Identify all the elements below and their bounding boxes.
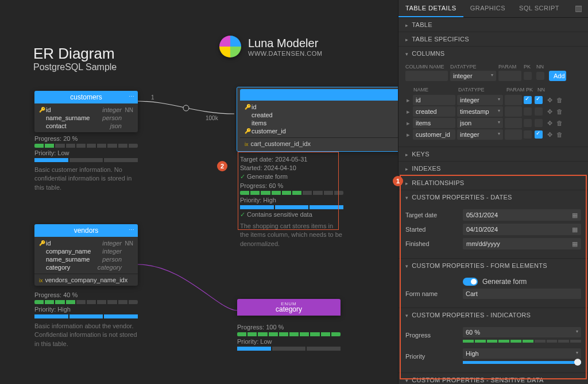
entity-category[interactable]: ENUMcategory — [237, 299, 341, 316]
generate-form-toggle[interactable] — [463, 278, 478, 286]
section-custom-form[interactable]: CUSTOM PROPERTIES - FORM ELEMENTS — [399, 259, 588, 272]
column-name-input[interactable] — [413, 129, 455, 140]
started-date-input[interactable] — [463, 224, 581, 235]
entity-columns: 🔑idintegerNNcompany_nameintegername_surn… — [34, 237, 138, 274]
move-icon[interactable]: ✥ — [546, 131, 554, 139]
entity-columns: 🔑idintegerNNname_surnamepersoncontactjso… — [34, 103, 138, 132]
entity-header[interactable]: customers⋯ — [34, 91, 138, 103]
delete-icon[interactable]: 🗑 — [555, 97, 563, 103]
app-logo: Luna Modeler WWW.DATENSEN.COM — [219, 36, 322, 57]
column-pk-checkbox[interactable] — [524, 130, 532, 139]
entity-menu-icon[interactable]: ⋯ — [129, 93, 134, 99]
entity-menu-icon[interactable]: ⋯ — [129, 226, 134, 233]
section-custom-sensitive[interactable]: CUSTOM PROPERTIES - SENSITIVE DATA — [399, 373, 588, 384]
new-column-param-input[interactable] — [498, 71, 521, 81]
column-param-input[interactable] — [505, 95, 522, 105]
new-column-pk-checkbox[interactable] — [524, 72, 532, 80]
edge-cardinality-far: 100k — [206, 115, 218, 121]
entity-cart-ext: Target date: 2024-05-31 Started: 2024-04… — [240, 154, 343, 248]
target-date-input[interactable] — [463, 209, 581, 221]
section-table-specifics[interactable]: TABLE SPECIFICS — [399, 32, 588, 46]
priority-slider[interactable] — [463, 361, 581, 364]
panel-tabs: TABLE DETAILS GRAPHICS SQL SCRIPT ▥ — [399, 0, 588, 18]
new-column-datatype-select[interactable] — [450, 71, 496, 81]
details-panel: TABLE DETAILS GRAPHICS SQL SCRIPT ▥ TABL… — [398, 0, 588, 384]
section-relationships[interactable]: RELATIONSHIPS — [399, 176, 588, 190]
section-keys[interactable]: KEYS — [399, 147, 588, 161]
calendar-icon[interactable]: ▦ — [572, 212, 578, 219]
progress-bar — [463, 340, 581, 343]
column-name-input[interactable] — [413, 95, 455, 105]
column-row[interactable]: ▸✥🗑 — [405, 118, 581, 128]
progress-select[interactable] — [463, 327, 581, 337]
expand-icon[interactable]: ▸ — [405, 131, 411, 139]
logo-icon — [219, 36, 241, 57]
entity-vendors-ext: Progress: 40 % Priority: High Basic info… — [34, 290, 138, 348]
entity-category-ext: Progress: 100 % Priority: Low — [237, 322, 341, 352]
calendar-icon[interactable]: ▦ — [572, 240, 578, 248]
logo-title: Luna Modeler — [248, 37, 322, 50]
panel-layout-icon[interactable]: ▥ — [569, 0, 588, 17]
column-row[interactable]: ▸✥🗑 — [405, 95, 581, 105]
finished-date-input[interactable] — [463, 238, 581, 249]
diagram-canvas[interactable]: 1 100k ER Diagram PostgreSQL Sample Luna… — [0, 0, 398, 384]
column-row[interactable]: ▸✥🗑 — [405, 129, 581, 140]
delete-icon[interactable]: 🗑 — [555, 120, 563, 126]
entity-header[interactable]: ENUMcategory — [237, 299, 341, 316]
add-column-button[interactable]: Add — [549, 71, 566, 81]
column-nn-checkbox[interactable] — [535, 96, 543, 104]
entity-header[interactable]: vendors⋯ — [34, 224, 138, 237]
tab-table-details[interactable]: TABLE DETAILS — [399, 0, 463, 17]
move-icon[interactable]: ✥ — [546, 97, 554, 104]
delete-icon[interactable]: 🗑 — [555, 108, 563, 115]
entity-vendors[interactable]: vendors⋯ 🔑idintegerNNcompany_nameinteger… — [34, 224, 138, 286]
column-param-input[interactable] — [505, 118, 522, 128]
entity-customers-ext: Progress: 20 % Priority: Low Basic custo… — [34, 133, 138, 192]
column-row[interactable]: ▸✥🗑 — [405, 106, 581, 117]
canvas-subtitle: PostgreSQL Sample — [33, 62, 117, 72]
column-datatype-select[interactable] — [457, 129, 503, 140]
section-table[interactable]: TABLE — [399, 18, 588, 32]
column-pk-checkbox[interactable] — [524, 107, 532, 116]
expand-icon[interactable]: ▸ — [405, 97, 411, 104]
svg-point-0 — [183, 105, 189, 111]
column-name-input[interactable] — [413, 118, 455, 128]
column-pk-checkbox[interactable] — [524, 119, 532, 127]
form-name-input[interactable] — [463, 289, 581, 299]
entity-index: ixvendors_company_name_idx — [34, 274, 138, 286]
calendar-icon[interactable]: ▦ — [572, 226, 578, 233]
annotation-badge-2: 2 — [217, 161, 227, 171]
delete-icon[interactable]: 🗑 — [555, 131, 563, 138]
new-column-nn-checkbox[interactable] — [536, 72, 544, 80]
tab-graphics[interactable]: GRAPHICS — [463, 0, 512, 17]
column-param-input[interactable] — [505, 106, 522, 117]
new-column-name-input[interactable] — [405, 71, 448, 81]
tab-sql-script[interactable]: SQL SCRIPT — [512, 0, 566, 17]
edge-cardinality-near: 1 — [151, 94, 154, 101]
section-custom-indicators[interactable]: CUSTOM PROPERTIES - INDICATORS — [399, 308, 588, 322]
section-custom-dates[interactable]: CUSTOM PROPERTIES - DATES — [399, 190, 588, 204]
move-icon[interactable]: ✥ — [546, 120, 554, 127]
logo-url: WWW.DATENSEN.COM — [248, 50, 322, 57]
column-param-input[interactable] — [505, 129, 522, 140]
priority-select[interactable] — [463, 348, 581, 359]
expand-icon[interactable]: ▸ — [405, 108, 411, 116]
column-datatype-select[interactable] — [457, 95, 503, 105]
column-datatype-select[interactable] — [457, 118, 503, 128]
annotation-badge-1: 1 — [393, 176, 403, 186]
column-nn-checkbox[interactable] — [535, 107, 543, 116]
column-pk-checkbox[interactable] — [524, 96, 532, 104]
section-columns[interactable]: COLUMNS — [399, 47, 588, 60]
column-nn-checkbox[interactable] — [535, 130, 543, 139]
entity-customers[interactable]: customers⋯ 🔑idintegerNNname_surnameperso… — [34, 91, 138, 132]
column-name-input[interactable] — [413, 106, 455, 117]
canvas-title: ER Diagram — [33, 45, 115, 63]
move-icon[interactable]: ✥ — [546, 108, 554, 116]
section-indexes[interactable]: INDEXES — [399, 162, 588, 175]
column-datatype-select[interactable] — [457, 106, 503, 117]
column-nn-checkbox[interactable] — [535, 119, 543, 127]
expand-icon[interactable]: ▸ — [405, 120, 411, 127]
